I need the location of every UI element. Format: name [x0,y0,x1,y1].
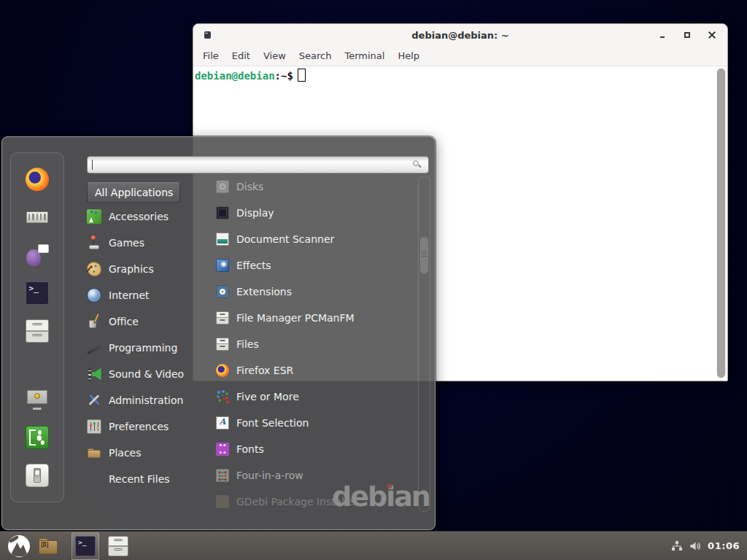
cabinet-icon [216,311,229,324]
taskbar-desktop-folder[interactable]: [D] [35,533,61,559]
app-item-effects[interactable]: Effects [216,252,411,279]
category-label: Internet [109,289,150,301]
folder-badge: [D] [40,542,48,548]
terminal-menu-view[interactable]: View [257,50,293,61]
terminal-scrollbar[interactable] [716,68,726,378]
office-icon [87,314,101,329]
terminal-menu-edit[interactable]: Edit [225,50,257,61]
terminal-menu-help[interactable]: Help [391,50,426,61]
minimize-icon[interactable] [659,31,666,39]
fontselection-icon [216,416,229,429]
watermark-red-dot [387,484,392,489]
app-item-label: Fonts [236,443,264,455]
network-icon[interactable] [671,540,683,552]
desktop: debian@debian: ~ FileEditViewSearchTermi… [0,0,747,560]
taskbar-file-manager[interactable] [105,533,131,559]
effects-icon [216,259,229,272]
terminal-menu-search[interactable]: Search [293,50,338,61]
disks-icon [216,180,229,193]
terminal-menubar: FileEditViewSearchTerminalHelp [193,46,727,66]
keyboard-icon [26,206,49,229]
search-icon [412,160,422,170]
terminal-title: debian@debian: ~ [193,30,727,41]
taskbar-menu-button[interactable] [6,533,32,559]
app-item-display[interactable]: Display [216,200,411,226]
app-item-label: Firefox ESR [236,365,293,376]
category-games[interactable]: Games [87,230,198,256]
terminal-cursor [298,69,306,82]
terminal-menu-file[interactable]: File [196,50,225,61]
volume-icon[interactable] [689,540,701,552]
window-controls [659,24,716,46]
category-places[interactable]: Places [87,440,198,466]
category-sound-video[interactable]: Sound & Video [87,361,198,387]
shutdown-icon [26,464,49,487]
category-label: Sound & Video [109,368,184,380]
category-internet[interactable]: Internet [87,282,198,308]
category-all-applications[interactable]: All Applications [87,182,180,203]
menu-scrollbar-thumb[interactable] [419,236,429,274]
terminal-icon [75,536,96,556]
category-preferences[interactable]: Preferences [87,413,198,440]
cabinet-icon [216,338,229,351]
accessories-icon [87,209,101,224]
prompt-user-host: debian@debian [195,70,275,82]
terminal-titlebar[interactable]: debian@debian: ~ [193,24,727,46]
favorite-file-manager[interactable] [26,319,49,343]
app-item-label: Font Selection [236,417,309,429]
terminal-icon [26,281,49,305]
category-accessories[interactable]: Accessories [87,203,198,230]
cabinet-icon [26,319,49,343]
category-graphics[interactable]: Graphics [87,256,198,282]
menu-scrollbar[interactable] [418,176,430,512]
category-recent-files[interactable]: Recent Files [87,466,198,492]
prompt-path: :~$ [275,70,293,82]
category-label: Recent Files [109,473,170,485]
games-icon [87,236,101,250]
app-item-label: Extensions [236,286,292,298]
favorite-log-out[interactable] [26,426,49,449]
category-administration[interactable]: Administration [87,387,198,413]
app-item-label: Files [236,338,259,350]
app-item-label: Five or More [236,391,299,402]
app-item-firefox-esr[interactable]: Firefox ESR [216,357,411,384]
category-label: Office [109,316,139,327]
app-item-fonts[interactable]: Fonts [216,436,411,462]
fourinarow-icon [216,469,229,482]
category-programming[interactable]: Programming [87,335,198,361]
app-item-file-manager-pcmanfm[interactable]: File Manager PCManFM [216,305,411,331]
text-caret [92,160,93,170]
search-input[interactable] [87,156,429,174]
system-tray: 01:06 [671,540,741,552]
gdebi-icon [216,495,229,508]
scanner-icon [216,233,229,246]
categories-column: All Applications AccessoriesGamesGraphic… [87,182,198,492]
app-item-files[interactable]: Files [216,331,411,357]
app-item-disks[interactable]: Disks [216,174,411,200]
favorite-keyboard[interactable] [26,206,49,229]
category-label: Accessories [109,211,169,222]
maximize-icon[interactable] [684,31,691,39]
app-item-font-selection[interactable]: Font Selection [216,410,411,436]
terminal-scrollbar-thumb[interactable] [717,69,725,378]
favorites-column [10,152,64,502]
category-office[interactable]: Office [87,308,198,335]
debian-watermark: debian [332,481,430,513]
terminal-menu-terminal[interactable]: Terminal [338,50,391,61]
favorite-terminal[interactable] [26,281,49,305]
favorite-shut-down[interactable] [26,464,49,487]
app-item-five-or-more[interactable]: Five or More [216,384,411,410]
favorite-pidgin[interactable] [26,244,49,267]
firefox-icon [26,168,49,191]
app-item-extensions[interactable]: Extensions [216,279,411,305]
close-icon[interactable] [708,31,716,39]
programming-icon [87,341,101,355]
display-icon [216,206,229,219]
taskbar-terminal-task[interactable] [71,532,99,560]
app-item-document-scanner[interactable]: Document Scanner [216,226,411,252]
favorite-lock-screen[interactable] [26,388,49,411]
favorite-firefox[interactable] [26,168,49,191]
cabinet-icon [108,536,128,556]
preferences-icon [87,419,101,434]
category-label: Programming [109,342,177,354]
